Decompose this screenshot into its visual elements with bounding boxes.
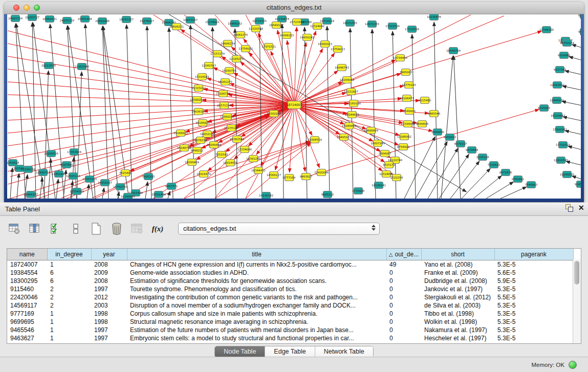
table-row[interactable]: 911546021997Tourette syndrome. Phenomeno… — [7, 285, 573, 293]
graph-edge[interactable] — [168, 191, 170, 199]
graph-edge[interactable] — [565, 71, 581, 76]
graph-node-label: 15049492 — [342, 124, 356, 127]
graph-node-label: 19384554 — [308, 138, 322, 141]
table-row[interactable]: 1456911722003Disruption of a novel membe… — [7, 301, 573, 310]
graph-node-label: 2935114 — [476, 156, 489, 159]
graph-node-label: 12362548 — [230, 138, 244, 141]
graph-edge[interactable] — [572, 45, 581, 49]
column-header-name[interactable]: name — [7, 249, 47, 260]
function-builder-icon[interactable]: f(x) — [150, 222, 165, 235]
graph-node-label: 1733426 — [352, 189, 365, 192]
table-cell-year: 1997 — [91, 334, 127, 342]
graph-node-label: 16099469 — [185, 161, 199, 164]
graph-edge[interactable] — [307, 110, 539, 177]
tab-network-table[interactable]: Network Table — [315, 346, 373, 357]
graph-node-label: 16649107 — [269, 24, 284, 27]
network-svg[interactable]: 2405572420055727109606212405572820591406… — [7, 14, 581, 199]
table-settings-icon[interactable] — [7, 222, 21, 235]
column-header-year[interactable]: year — [91, 249, 127, 260]
new-table-icon[interactable] — [89, 222, 103, 235]
graph-node-label: 15316041 — [195, 75, 209, 78]
column-header-short[interactable]: short — [421, 249, 494, 260]
table-cell-in_degree: 1 — [47, 310, 91, 318]
graph-edge[interactable] — [486, 182, 513, 199]
graph-edge[interactable] — [294, 105, 305, 171]
graph-edge[interactable] — [563, 117, 581, 122]
graph-edge[interactable] — [290, 105, 294, 172]
graph-edge[interactable] — [441, 56, 453, 199]
graph-edge[interactable] — [439, 154, 469, 199]
table-row[interactable]: 2242004622012Investigating the contribut… — [7, 293, 573, 301]
table-row[interactable]: 946554611997Estimation of the future num… — [7, 326, 573, 334]
delete-table-icon[interactable] — [110, 222, 124, 235]
graph-edge[interactable] — [565, 130, 581, 136]
graph-edge[interactable] — [450, 161, 480, 199]
table-row[interactable]: 1830029562008Estimation of significance … — [7, 277, 573, 285]
graph-edge[interactable] — [473, 176, 502, 199]
graph-edge[interactable] — [85, 24, 95, 199]
graph-edge[interactable] — [145, 182, 148, 199]
table-row[interactable]: 969969511998Structural magnetic resonanc… — [7, 318, 573, 326]
network-window-titlebar[interactable]: citations_edges.txt — [4, 2, 584, 14]
row-selection-icon[interactable] — [69, 222, 83, 235]
show-columns-icon[interactable] — [28, 222, 42, 235]
graph-edge[interactable] — [562, 101, 581, 106]
graph-edge[interactable] — [416, 142, 447, 199]
table-cell-year: 1998 — [91, 318, 127, 326]
graph-edge[interactable] — [453, 56, 461, 199]
table-cell-year: 2008 — [91, 260, 127, 269]
tab-node-table[interactable]: Node Table — [215, 346, 265, 357]
table-row[interactable]: 946362711997Embryonic stem cells: a mode… — [7, 334, 573, 342]
column-header-pagerank[interactable]: pagerank — [494, 249, 573, 260]
graph-edge[interactable] — [462, 168, 490, 199]
graph-edge[interactable] — [562, 86, 581, 91]
graph-node-label: 18606231 — [169, 25, 184, 28]
sort-ascending-icon: △ — [389, 252, 393, 257]
column-header-out-degree[interactable]: △out_de... — [386, 249, 421, 260]
graph-edge[interactable] — [8, 105, 294, 146]
graph-node-label: 1440954 — [431, 130, 444, 134]
graph-edge[interactable] — [500, 187, 527, 199]
graph-edge[interactable] — [566, 161, 581, 166]
select-columns-icon[interactable] — [48, 222, 62, 235]
table-row[interactable]: 1872400712008Changes of HCN gene express… — [7, 260, 573, 269]
table-scrollbar-thumb[interactable] — [574, 261, 579, 285]
graph-node-label: 15276027 — [140, 19, 154, 23]
import-table-icon[interactable] — [130, 222, 144, 235]
graph-edge[interactable] — [294, 53, 335, 105]
column-header-in-degree[interactable]: in_degree — [47, 249, 91, 260]
table-cell-out_degree: 0 — [386, 326, 421, 334]
graph-edge[interactable] — [569, 57, 581, 61]
graph-edge[interactable] — [17, 173, 19, 199]
graph-node-label: 16099468 — [207, 143, 221, 146]
graph-edge[interactable] — [568, 146, 581, 151]
graph-edge[interactable] — [44, 71, 49, 199]
graph-node-label: 12093832 — [550, 83, 564, 86]
graph-node-label: 8471676 — [499, 171, 512, 174]
graph-edge[interactable] — [154, 141, 310, 199]
table-cell-pagerank: 5.3E-5 — [494, 260, 573, 269]
table-row[interactable]: 1938455462009Genome-wide association stu… — [7, 269, 573, 277]
graph-node-label: 20591408 — [151, 193, 166, 196]
graph-edge[interactable] — [412, 34, 416, 199]
graph-edge[interactable] — [572, 176, 581, 181]
graph-edge[interactable] — [428, 148, 458, 199]
graph-edge[interactable] — [287, 40, 294, 105]
tab-edge-table[interactable]: Edge Table — [265, 346, 315, 357]
column-header-title[interactable]: title — [127, 249, 386, 260]
graph-node-label: 19166825 — [173, 132, 188, 135]
graph-node-label: 12220548 — [249, 27, 263, 30]
graph-edge[interactable] — [102, 26, 108, 199]
table-row[interactable]: 977716911998Corpus callosum shape and si… — [7, 310, 573, 318]
float-panel-icon[interactable] — [565, 204, 573, 212]
graph-node-label: 18130474 — [275, 17, 289, 20]
network-canvas[interactable]: 2405572420055727109606212405572820591406… — [7, 14, 581, 199]
graph-node-label: 12610545 — [554, 159, 568, 162]
close-panel-icon[interactable]: × — [578, 204, 584, 212]
table-cell-year: 2008 — [91, 277, 127, 285]
graph-edge[interactable] — [48, 159, 51, 199]
graph-edge[interactable] — [372, 29, 376, 199]
graph-edge[interactable] — [87, 184, 89, 199]
table-selector[interactable]: citations_edges.txt — [178, 223, 380, 235]
table-scrollbar[interactable] — [573, 259, 581, 343]
